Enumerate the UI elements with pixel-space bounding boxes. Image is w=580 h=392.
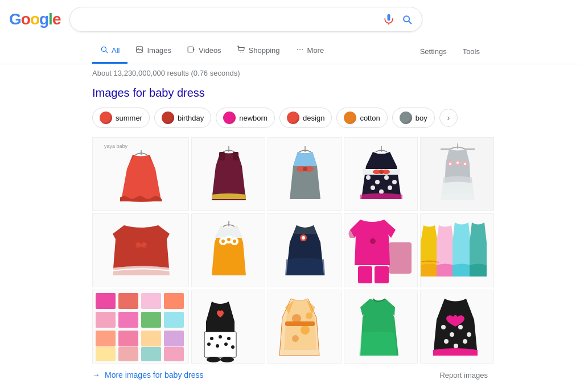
- videos-tab-icon: [187, 46, 195, 55]
- image-cell[interactable]: [344, 137, 418, 211]
- shopping-tab-icon: [237, 46, 245, 55]
- svg-rect-102: [285, 321, 315, 326]
- svg-text:yaya baby: yaya baby: [104, 143, 128, 149]
- svg-point-95: [207, 357, 220, 362]
- images-section-header[interactable]: Images for baby dress: [92, 86, 488, 100]
- tab-all[interactable]: All: [92, 39, 127, 64]
- search-icon[interactable]: [401, 14, 413, 25]
- image-cell[interactable]: [268, 213, 342, 287]
- chip-birthday[interactable]: birthday: [154, 108, 211, 128]
- svg-point-30: [392, 180, 397, 184]
- svg-point-92: [216, 344, 219, 348]
- svg-point-106: [450, 332, 454, 337]
- search-bar-wrapper: baby dress: [69, 7, 422, 32]
- svg-rect-67: [375, 266, 389, 283]
- google-logo[interactable]: Google: [9, 10, 60, 28]
- svg-point-57: [233, 240, 236, 243]
- results-area: About 13,230,000,000 results (0.76 secon…: [0, 64, 580, 379]
- svg-point-27: [366, 175, 371, 180]
- svg-point-10: [302, 49, 303, 50]
- image-cell[interactable]: [420, 290, 494, 364]
- svg-point-60: [302, 236, 305, 240]
- tab-videos[interactable]: Videos: [179, 39, 229, 64]
- image-row-3: [92, 290, 488, 364]
- svg-point-8: [297, 49, 298, 50]
- svg-point-46: [464, 163, 466, 165]
- svg-point-107: [458, 325, 463, 329]
- search-input[interactable]: baby dress: [79, 14, 379, 24]
- image-cell[interactable]: [191, 290, 265, 364]
- svg-point-55: [221, 240, 225, 243]
- svg-point-105: [441, 325, 446, 329]
- settings-link[interactable]: Settings: [412, 40, 455, 63]
- svg-line-1: [106, 51, 108, 53]
- results-count: About 13,230,000,000 results (0.76 secon…: [92, 69, 488, 77]
- svg-rect-74: [96, 312, 116, 328]
- image-cell[interactable]: [344, 213, 418, 287]
- image-grid: yaya baby: [92, 137, 488, 364]
- svg-point-93: [224, 343, 228, 346]
- svg-point-100: [292, 335, 299, 342]
- image-cell[interactable]: [191, 213, 265, 287]
- chip-cotton[interactable]: cotton: [336, 108, 387, 128]
- image-row-1: yaya baby: [92, 137, 488, 211]
- svg-point-99: [301, 325, 310, 335]
- chips-next-arrow[interactable]: ›: [439, 109, 458, 127]
- svg-rect-70: [96, 293, 116, 309]
- report-images-link[interactable]: Report images: [439, 371, 488, 379]
- svg-point-96: [220, 357, 234, 362]
- svg-rect-72: [141, 293, 161, 309]
- svg-rect-78: [96, 331, 116, 346]
- svg-point-33: [388, 185, 392, 190]
- header: Google baby dress: [0, 0, 580, 39]
- svg-point-91: [207, 343, 211, 346]
- image-cell[interactable]: [92, 290, 189, 364]
- search-bar: baby dress: [69, 7, 422, 32]
- search-icons: [383, 14, 413, 25]
- svg-point-90: [227, 337, 231, 340]
- svg-rect-16: [212, 195, 246, 199]
- svg-rect-17: [219, 152, 225, 160]
- image-cell[interactable]: [420, 213, 494, 287]
- more-images-link[interactable]: More images for baby dress: [105, 370, 204, 379]
- svg-rect-73: [164, 293, 184, 309]
- svg-rect-77: [164, 312, 184, 328]
- svg-point-89: [219, 335, 222, 339]
- tools-link[interactable]: Tools: [455, 40, 488, 63]
- tab-more[interactable]: More: [288, 39, 332, 64]
- chip-design[interactable]: design: [279, 108, 332, 128]
- chip-summer[interactable]: summer: [92, 108, 150, 128]
- mic-icon[interactable]: [383, 14, 394, 25]
- svg-rect-79: [118, 331, 138, 346]
- svg-point-109: [444, 339, 449, 344]
- svg-rect-71: [118, 293, 138, 309]
- svg-point-110: [454, 344, 458, 348]
- svg-rect-85: [164, 347, 184, 361]
- svg-point-7: [242, 52, 243, 52]
- svg-rect-83: [118, 347, 138, 361]
- image-row-2: [92, 213, 488, 287]
- image-cell[interactable]: [268, 290, 342, 364]
- image-cell[interactable]: yaya baby: [92, 137, 189, 211]
- image-cell[interactable]: [420, 137, 494, 211]
- nav-tabs: All Images Videos Shopping More Settings…: [0, 39, 580, 64]
- more-tab-icon: [296, 46, 304, 55]
- chip-boy[interactable]: boy: [392, 108, 435, 128]
- svg-point-44: [449, 163, 451, 165]
- svg-point-111: [463, 339, 467, 344]
- svg-rect-75: [118, 312, 138, 328]
- svg-point-101: [306, 312, 312, 319]
- image-cell[interactable]: [191, 137, 265, 211]
- image-cell[interactable]: [268, 137, 342, 211]
- image-cell[interactable]: [344, 290, 418, 364]
- chip-newborn[interactable]: newborn: [216, 108, 275, 128]
- tab-shopping[interactable]: Shopping: [229, 39, 288, 64]
- more-images-arrow-icon: →: [92, 370, 100, 379]
- filter-chips: summer birthday newborn design cotton bo…: [92, 108, 488, 128]
- tab-images[interactable]: Images: [127, 39, 179, 64]
- image-cell[interactable]: [92, 213, 189, 287]
- svg-rect-18: [233, 152, 238, 160]
- svg-point-29: [384, 175, 389, 180]
- svg-rect-80: [141, 331, 161, 346]
- svg-point-9: [299, 49, 301, 50]
